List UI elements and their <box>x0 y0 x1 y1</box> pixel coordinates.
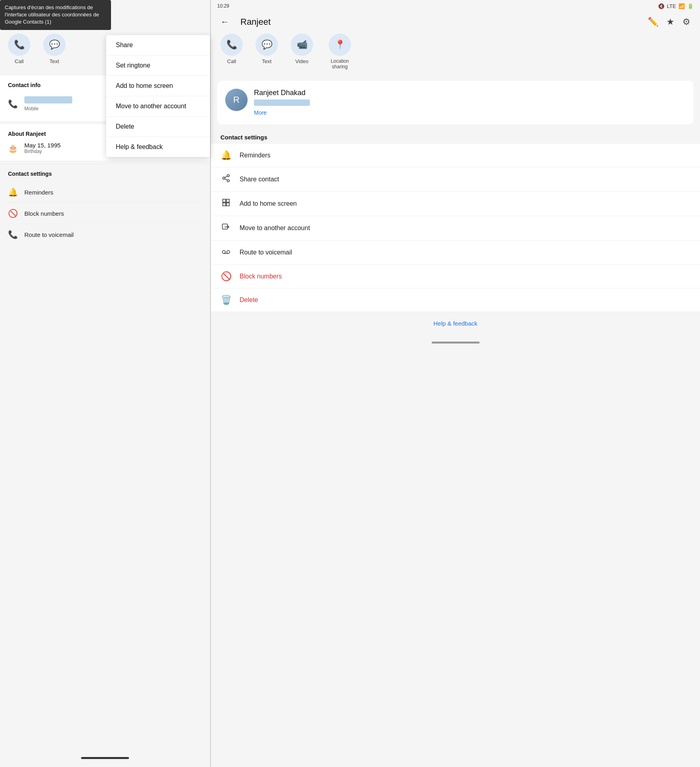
delete-label-right: Delete <box>240 296 258 304</box>
status-icons-right: 🔇 LTE 📶 🔋 <box>658 3 694 9</box>
birthday-icon: 🎂 <box>8 143 18 153</box>
settings-voicemail-right[interactable]: Route to voicemail <box>211 240 700 265</box>
svg-point-0 <box>227 175 230 177</box>
svg-point-1 <box>223 177 225 179</box>
block-label-right: Block numbers <box>240 273 282 280</box>
video-label-right: Video <box>295 58 308 64</box>
reminders-label-right: Reminders <box>240 152 270 159</box>
block-icon-left: 🚫 <box>8 209 18 218</box>
block-icon-right: 🚫 <box>220 271 232 282</box>
text-button-right[interactable]: 💬 Text <box>256 34 278 70</box>
video-icon-right: 📹 <box>291 34 313 56</box>
text-icon-left: 💬 <box>43 34 65 56</box>
call-icon-right: 📞 <box>220 34 243 56</box>
contact-header-right: ← Ranjeet ✏️ ★ ⚙ <box>211 12 700 34</box>
add-home-icon-right <box>220 198 232 209</box>
birthday-date: May 15, 1995 <box>24 142 61 149</box>
voicemail-label-right: Route to voicemail <box>240 249 292 256</box>
location-label-right: Location sharing <box>326 58 354 70</box>
settings-add-home-right[interactable]: Add to home screen <box>211 192 700 216</box>
dropdown-move-account[interactable]: Move to another account <box>106 96 210 117</box>
voicemail-label-left: Route to voicemail <box>24 231 73 238</box>
settings-reminders-right[interactable]: 🔔 Reminders <box>211 144 700 167</box>
settings-block-right[interactable]: 🚫 Block numbers <box>211 265 700 288</box>
star-icon-right[interactable]: ★ <box>666 17 674 27</box>
lte-label: LTE <box>667 3 676 9</box>
svg-line-3 <box>225 179 227 180</box>
dropdown-share[interactable]: Share <box>106 35 210 56</box>
move-account-label-right: Move to another account <box>240 225 310 232</box>
dropdown-add-home[interactable]: Add to home screen <box>106 76 210 96</box>
svg-point-11 <box>222 250 225 253</box>
header-left-right: ← Ranjeet <box>220 17 271 27</box>
right-panel: 10:29 🔇 LTE 📶 🔋 ← Ranjeet ✏️ ★ ⚙ 📞 Call … <box>210 0 700 767</box>
signal-icon: 📶 <box>678 3 685 9</box>
avatar-inner-right: R <box>225 89 248 111</box>
dropdown-menu: Share Set ringtone Add to home screen Mo… <box>106 35 210 157</box>
dropdown-set-ringtone[interactable]: Set ringtone <box>106 56 210 76</box>
more-link[interactable]: More <box>254 109 267 116</box>
nav-pill-left <box>81 757 129 759</box>
tooltip-banner: Captures d'écran des modifications de l'… <box>0 0 111 30</box>
delete-icon-right: 🗑️ <box>220 295 232 305</box>
left-panel: Captures d'écran des modifications de l'… <box>0 0 210 767</box>
svg-point-12 <box>227 250 230 253</box>
header-icons-right: ✏️ ★ ⚙ <box>648 17 690 27</box>
status-bar-right: 10:29 🔇 LTE 📶 🔋 <box>211 0 700 12</box>
call-icon-left: 📞 <box>8 34 30 56</box>
call-label-left: Call <box>15 58 24 64</box>
dropdown-delete[interactable]: Delete <box>106 117 210 137</box>
phone-label: Mobile <box>24 106 72 111</box>
phone-content: Mobile <box>24 96 72 111</box>
settings-share-right[interactable]: Share contact <box>211 167 700 192</box>
help-feedback-link[interactable]: Help & feedback <box>433 320 477 327</box>
share-icon-right <box>220 174 232 185</box>
location-icon-right: 📍 <box>329 34 351 56</box>
settings-reminders-left[interactable]: 🔔 Reminders <box>8 182 202 203</box>
gear-icon-right[interactable]: ⚙ <box>682 17 690 27</box>
settings-title-left: Contact settings <box>8 171 202 177</box>
settings-delete-right[interactable]: 🗑️ Delete <box>211 288 700 312</box>
reminders-label-left: Reminders <box>24 189 54 196</box>
avatar-right: R <box>225 89 248 111</box>
contact-card-info: Ranjeet Dhakad More <box>254 89 686 116</box>
svg-line-4 <box>225 176 227 178</box>
settings-move-account-right[interactable]: Move to another account <box>211 216 700 240</box>
voicemail-icon-right <box>220 247 232 258</box>
reminders-icon-right: 🔔 <box>220 150 232 161</box>
settings-section-left: Contact settings 🔔 Reminders 🚫 Block num… <box>0 164 210 251</box>
settings-block-left[interactable]: 🚫 Block numbers <box>8 203 202 224</box>
back-button-right[interactable]: ← <box>220 17 229 27</box>
svg-rect-6 <box>226 199 229 202</box>
voicemail-icon-left: 📞 <box>8 230 18 239</box>
reminders-icon-left: 🔔 <box>8 187 18 197</box>
contact-phone-blurred <box>254 99 310 106</box>
dropdown-help[interactable]: Help & feedback <box>106 137 210 157</box>
birthday-content: May 15, 1995 Birthday <box>24 142 61 154</box>
move-account-icon-right <box>220 223 232 234</box>
settings-list-right: 🔔 Reminders Share contact Add to home sc… <box>211 144 700 312</box>
phone-blurred <box>24 96 72 103</box>
call-button-left[interactable]: 📞 Call <box>8 34 30 64</box>
battery-icon: 🔋 <box>687 3 694 9</box>
mute-icon: 🔇 <box>658 3 664 9</box>
text-label-right: Text <box>262 58 272 64</box>
contact-card-right: R Ranjeet Dhakad More <box>217 81 694 124</box>
call-button-right[interactable]: 📞 Call <box>220 34 243 70</box>
edit-icon-right[interactable]: ✏️ <box>648 17 658 27</box>
help-feedback-section: Help & feedback <box>211 312 700 335</box>
avatar-initials: R <box>233 95 240 105</box>
svg-rect-8 <box>226 203 229 206</box>
location-button-right[interactable]: 📍 Location sharing <box>326 34 354 70</box>
text-label-left: Text <box>50 58 59 64</box>
text-button-left[interactable]: 💬 Text <box>43 34 65 64</box>
tooltip-text: Captures d'écran des modifications de l'… <box>5 4 99 25</box>
block-label-left: Block numbers <box>24 210 64 217</box>
settings-voicemail-left[interactable]: 📞 Route to voicemail <box>8 224 202 245</box>
add-home-label-right: Add to home screen <box>240 200 297 207</box>
status-time-right: 10:29 <box>217 3 229 9</box>
contact-full-name: Ranjeet Dhakad <box>254 89 686 97</box>
video-button-right[interactable]: 📹 Video <box>291 34 313 70</box>
share-label-right: Share contact <box>240 176 279 183</box>
nav-bar-right <box>211 335 700 350</box>
